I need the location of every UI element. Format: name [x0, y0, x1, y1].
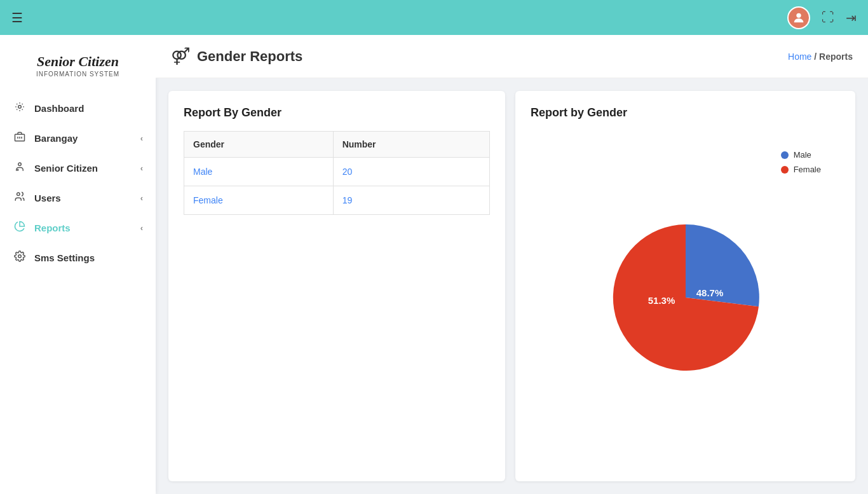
svg-text:51.3%: 51.3% [648, 295, 675, 306]
senior-icon [13, 161, 27, 175]
users-label: Users [34, 193, 61, 203]
breadcrumb-separator: / [814, 51, 819, 62]
barangay-label: Barangay [34, 133, 78, 144]
logo-area: Senior Citizen Information System [0, 41, 156, 93]
logout-icon[interactable]: ⇥ [846, 10, 857, 25]
page-title: Gender Reports [197, 48, 302, 65]
top-header: ☰ ⛶ ⇥ [0, 0, 868, 35]
content-area: ⚤ Gender Reports Home / Reports Report B… [156, 35, 868, 494]
dashboard-label: Dashboard [34, 103, 84, 114]
barangay-icon [13, 131, 27, 146]
gender-female: Female [184, 186, 334, 215]
legend-dot-female [781, 166, 789, 174]
legend-label-female: Female [794, 165, 821, 174]
svg-point-9 [17, 193, 20, 196]
reports-label: Reports [34, 223, 71, 233]
col-gender: Gender [184, 132, 334, 158]
legend-label-male: Male [794, 150, 811, 160]
number-female: 19 [333, 186, 489, 215]
logo-text: Senior Citizen [37, 54, 119, 69]
svg-point-6 [18, 163, 22, 166]
right-panel: Report by Gender Male Female [515, 91, 855, 481]
right-panel-title: Report by Gender [531, 106, 840, 120]
sms-label: Sms Settings [34, 252, 95, 263]
reports-icon [13, 221, 27, 235]
sidebar-item-dashboard[interactable]: Dashboard [0, 93, 156, 123]
left-panel-title: Report By Gender [184, 106, 490, 120]
legend-dot-male [781, 151, 789, 159]
panels-area: Report By Gender Gender Number Male 20 [156, 78, 868, 494]
pie-chart-container: 48.7% 51.3% [609, 221, 762, 376]
users-icon [13, 191, 27, 205]
svg-point-10 [18, 255, 22, 258]
avatar[interactable] [787, 6, 810, 29]
senior-label: Senior Citizen [34, 163, 98, 174]
users-arrow: ‹ [140, 193, 143, 203]
left-panel: Report By Gender Gender Number Male 20 [168, 91, 505, 481]
pie-chart: 48.7% 51.3% [609, 221, 762, 374]
sidebar-item-senior-citizen[interactable]: Senior Citizen ‹ [0, 153, 156, 183]
table-header-row: Gender Number [184, 132, 490, 158]
page-header: ⚤ Gender Reports Home / Reports [156, 35, 868, 78]
legend-item-female: Female [781, 165, 821, 174]
chart-area: Male Female [531, 131, 840, 466]
gender-male: Male [184, 158, 334, 186]
col-number: Number [333, 132, 489, 158]
chart-legend: Male Female [781, 150, 821, 174]
barangay-arrow: ‹ [140, 134, 143, 143]
number-male: 20 [333, 158, 489, 186]
svg-point-0 [796, 13, 801, 17]
sidebar-item-reports[interactable]: Reports ‹ [0, 213, 156, 243]
hamburger-icon[interactable]: ☰ [11, 10, 23, 25]
svg-text:48.7%: 48.7% [696, 287, 723, 298]
sidebar-item-sms-settings[interactable]: Sms Settings [0, 243, 156, 273]
breadcrumb: Home / Reports [788, 51, 853, 62]
dashboard-icon [13, 101, 27, 116]
page-title-area: ⚤ Gender Reports [171, 46, 302, 66]
sms-icon [13, 250, 27, 265]
expand-icon[interactable]: ⛶ [822, 10, 834, 25]
table-row: Male 20 [184, 158, 490, 186]
logo-sub: Information System [36, 71, 119, 78]
sidebar-item-barangay[interactable]: Barangay ‹ [0, 123, 156, 153]
gender-icon: ⚤ [171, 46, 191, 66]
reports-arrow: ‹ [140, 223, 143, 233]
header-left: ☰ [11, 10, 23, 25]
breadcrumb-current: Reports [819, 51, 853, 62]
header-right: ⛶ ⇥ [787, 6, 857, 29]
senior-arrow: ‹ [140, 163, 143, 173]
table-row: Female 19 [184, 186, 490, 215]
legend-item-male: Male [781, 150, 821, 160]
main-layout: Senior Citizen Information System Dashbo… [0, 35, 868, 494]
sidebar: Senior Citizen Information System Dashbo… [0, 35, 156, 494]
svg-point-1 [18, 106, 22, 109]
gender-table: Gender Number Male 20 Female 19 [184, 131, 490, 215]
breadcrumb-home[interactable]: Home [788, 51, 811, 62]
sidebar-item-users[interactable]: Users ‹ [0, 183, 156, 213]
